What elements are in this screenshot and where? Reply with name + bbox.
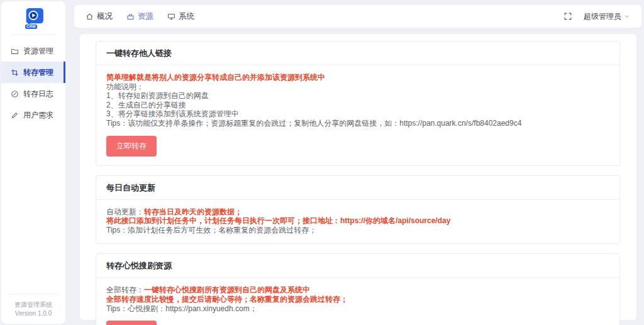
- auto-update-line: 自动更新：转存当日及昨天的资源数据；: [106, 207, 609, 217]
- nav-item-label: 资源: [138, 11, 153, 22]
- line-red-text: 将此接口添加到计划任务中，计划任务每日执行一次即可；接口地址：: [106, 216, 340, 225]
- sidebar-footer: 资源管理系统 Version 1.0.0: [8, 294, 59, 318]
- nav-item-system[interactable]: 系统: [167, 11, 194, 22]
- feature-step-1: 1、转存短剧资源到自己的网盘: [106, 91, 609, 101]
- sidebar-item-transfer-log[interactable]: 转存日志: [1, 83, 65, 104]
- card-body: 全部转存：一键转存心悦搜剧所有资源到自己的网盘及系统中 全部转存速度比较慢，提交…: [96, 278, 619, 325]
- card-transfer-others-link: 一键转存他人链接 简单理解就是将别人的资源分享转成自己的并添加该资源到系统中 功…: [96, 41, 620, 166]
- sidebar-menu: 资源管理 转存管理 转存日志 用户需求: [1, 40, 65, 126]
- sidebar-item-label: 转存管理: [23, 67, 53, 78]
- card-daily-auto-update: 每日自动更新 自动更新：转存当日及昨天的资源数据； 将此接口添加到计划任务中，计…: [96, 175, 620, 245]
- main-content: 一键转存他人链接 简单理解就是将别人的资源分享转成自己的并添加该资源到系统中 功…: [80, 34, 636, 320]
- sidebar-item-transfer-management[interactable]: 转存管理: [1, 62, 65, 83]
- log-icon: [11, 90, 19, 98]
- tips-text: Tips：心悦搜剧：https://pan.xinyuedh.com；: [106, 304, 609, 314]
- feature-intro: 功能说明：: [106, 82, 609, 92]
- top-navbar: 概况 资源 系统 超级管理员: [74, 5, 641, 28]
- line-label: 全部转存：: [106, 285, 144, 294]
- topnav-right: 超级管理员: [564, 11, 630, 22]
- sidebar-item-user-requests[interactable]: 用户需求: [1, 104, 65, 126]
- nav-item-label: 系统: [179, 11, 194, 22]
- nav-item-overview[interactable]: 概况: [86, 11, 113, 22]
- app-logo: CRM: [21, 7, 46, 31]
- monitor-icon: [167, 13, 175, 21]
- divider: [10, 35, 57, 35]
- feature-step-3: 3、将分享链接添加到该系统资源管理中: [106, 109, 609, 119]
- transfer-now-button[interactable]: 立即转存: [106, 136, 157, 157]
- highlight-text: 简单理解就是将别人的资源分享转成自己的并添加该资源到系统中: [106, 73, 609, 82]
- user-name: 超级管理员: [584, 11, 621, 22]
- feature-step-2: 2、生成自己的分享链接: [106, 101, 609, 110]
- card-body: 自动更新：转存当日及昨天的资源数据； 将此接口添加到计划任务中，计划任务每日执行…: [96, 200, 619, 244]
- folder-icon: [11, 47, 19, 55]
- card-body: 简单理解就是将别人的资源分享转成自己的并添加该资源到系统中 功能说明： 1、转存…: [96, 65, 619, 165]
- sidebar: CRM 资源管理 转存管理 转存日志: [1, 1, 65, 324]
- card-xinyue-transfer: 转存心悦搜剧资源 全部转存：一键转存心悦搜剧所有资源到自己的网盘及系统中 全部转…: [96, 253, 620, 325]
- app-version: Version 1.0.0: [8, 309, 59, 318]
- card-title: 一键转存他人链接: [96, 41, 619, 65]
- card-title: 每日自动更新: [96, 176, 619, 200]
- transfer-all-line: 全部转存：一键转存心悦搜剧所有资源到自己的网盘及系统中: [106, 285, 609, 295]
- line-label: 自动更新：: [106, 207, 144, 216]
- sidebar-item-resource-management[interactable]: 资源管理: [1, 40, 65, 62]
- tips-text: Tips：该功能仅支持单条操作；资源标题重复的会跳过；复制他人分享的网盘链接，如…: [106, 119, 609, 128]
- nav-item-label: 概况: [97, 11, 113, 22]
- user-dropdown[interactable]: 超级管理员: [584, 11, 630, 22]
- tips-text: Tips：添加计划任务后方可生效；名称重复的资源会跳过转存；: [106, 226, 609, 235]
- api-endpoint-line: 将此接口添加到计划任务中，计划任务每日执行一次即可；接口地址：https://你…: [106, 216, 609, 226]
- warning-line: 全部转存速度比较慢，提交后请耐心等待；名称重复的资源会跳过转存；: [106, 295, 609, 304]
- chevron-down-icon: [624, 13, 630, 19]
- card-title: 转存心悦搜剧资源: [96, 254, 619, 278]
- home-icon: [86, 13, 94, 21]
- line-red-text: 转存当日及昨天的资源数据；: [144, 207, 242, 216]
- crop-icon: [11, 69, 19, 77]
- edit-pen-icon: [11, 111, 19, 119]
- sidebar-item-label: 用户需求: [23, 110, 53, 121]
- sidebar-item-label: 转存日志: [23, 89, 53, 99]
- logo-crm-badge: CRM: [25, 24, 38, 30]
- box-icon: [126, 13, 135, 21]
- app-name: 资源管理系统: [8, 300, 59, 309]
- transfer-all-button[interactable]: 全部转存: [106, 321, 157, 325]
- fullscreen-icon[interactable]: [564, 12, 572, 21]
- nav-item-resources[interactable]: 资源: [126, 11, 153, 22]
- line-red-text: 一键转存心悦搜剧所有资源到自己的网盘及系统中: [144, 285, 310, 294]
- sidebar-item-label: 资源管理: [23, 46, 53, 57]
- api-url: https://你的域名/api/source/day: [340, 216, 450, 225]
